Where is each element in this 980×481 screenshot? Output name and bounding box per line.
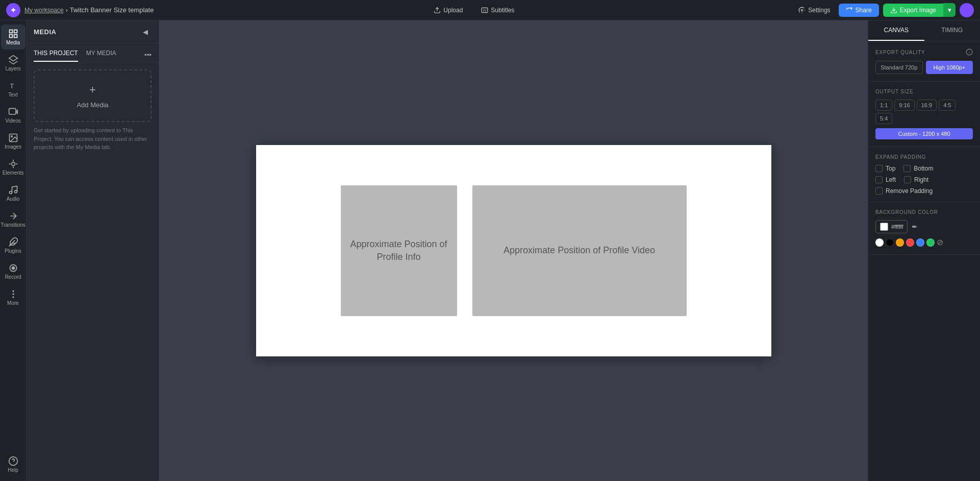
- sidebar-item-transitions[interactable]: Transitions: [1, 207, 26, 232]
- tab-my-media[interactable]: MY MEDIA: [86, 47, 116, 62]
- size-1-1-button[interactable]: 1:1: [875, 100, 892, 111]
- no-color-icon[interactable]: ⊘: [937, 237, 943, 247]
- remove-padding-item[interactable]: Remove Padding: [875, 187, 933, 195]
- media-panel: MEDIA ◀ THIS PROJECT MY MEDIA ••• + Add …: [27, 20, 159, 481]
- export-dropdown-button[interactable]: ▾: [943, 3, 956, 17]
- padding-top-bottom-row: Top Bottom: [875, 165, 973, 172]
- padding-left-item[interactable]: Left: [875, 176, 896, 183]
- output-size-section: OUTPUT SIZE 1:1 9:16 16:9 4:5 5:4 Custom…: [868, 82, 980, 147]
- add-icon: +: [86, 83, 100, 97]
- size-5-4-button[interactable]: 5:4: [875, 113, 892, 124]
- share-button[interactable]: Share: [839, 4, 879, 17]
- sidebar-item-help[interactable]: Help: [1, 452, 26, 477]
- plugins-icon: [8, 237, 18, 247]
- bg-color-section-wrapper: BACKGROUND COLOR #ffffff ✒ ⊘: [868, 202, 980, 255]
- sidebar-item-elements[interactable]: Elements: [1, 155, 26, 180]
- padding-top-checkbox[interactable]: [875, 165, 883, 172]
- svg-point-26: [13, 294, 14, 295]
- size-4-5-button[interactable]: 4:5: [939, 100, 956, 111]
- sidebar-item-more[interactable]: More: [1, 285, 26, 310]
- color-white[interactable]: [875, 238, 884, 247]
- padding-left-checkbox[interactable]: [875, 176, 883, 183]
- settings-label: Settings: [808, 7, 830, 14]
- share-label: Share: [856, 7, 872, 14]
- color-green[interactable]: [926, 238, 935, 247]
- color-blue[interactable]: [916, 238, 924, 247]
- record-icon: [8, 263, 18, 273]
- media-tabs: THIS PROJECT MY MEDIA •••: [27, 43, 159, 62]
- avatar[interactable]: [960, 3, 974, 17]
- sidebar-transitions-label: Transitions: [1, 222, 26, 228]
- bg-color-label: BACKGROUND COLOR: [875, 209, 973, 215]
- padding-right-item[interactable]: Right: [904, 176, 928, 183]
- output-size-label: OUTPUT SIZE: [875, 89, 973, 94]
- tab-timing[interactable]: TIMING: [924, 20, 981, 41]
- size-16-9-button[interactable]: 16:9: [917, 100, 937, 111]
- workspace-link[interactable]: My workspace: [24, 7, 64, 14]
- sidebar-item-media[interactable]: Media: [1, 25, 26, 50]
- sidebar-record-label: Record: [5, 274, 21, 280]
- padding-left-right-row: Left Right: [875, 176, 973, 183]
- audio-icon: [8, 185, 18, 195]
- padding-top-label: Top: [886, 165, 895, 172]
- canvas-wrapper: Approximate Position of Profile Info App…: [256, 145, 771, 356]
- info-icon: [966, 49, 973, 56]
- sidebar-item-audio[interactable]: Audio: [1, 181, 26, 206]
- media-content: + Add Media Get started by uploading con…: [27, 62, 159, 481]
- standard-720p-button[interactable]: Standard 720p: [875, 61, 923, 74]
- media-tab-more-button[interactable]: •••: [144, 51, 152, 59]
- settings-button[interactable]: Settings: [794, 5, 834, 16]
- color-black[interactable]: [886, 238, 894, 247]
- topbar-right: Settings Share Export Image ▾: [794, 3, 974, 17]
- padding-top-item[interactable]: Top: [875, 165, 895, 172]
- tab-this-project[interactable]: THIS PROJECT: [34, 47, 78, 62]
- sidebar-item-record[interactable]: Record: [1, 259, 26, 284]
- sidebar-item-images[interactable]: Images: [1, 129, 26, 154]
- breadcrumb: My workspace › Twitch Banner Size templa…: [24, 6, 154, 14]
- padding-bottom-item[interactable]: Bottom: [903, 165, 933, 172]
- custom-size-button[interactable]: Custom - 1200 x 480: [875, 128, 973, 139]
- add-media-box[interactable]: + Add Media: [34, 69, 152, 122]
- help-icon: [8, 456, 18, 466]
- bg-color-controls: #ffffff ✒ ⊘: [875, 220, 973, 247]
- sidebar-item-plugins[interactable]: Plugins: [1, 233, 26, 258]
- color-red[interactable]: [906, 238, 914, 247]
- export-image-button[interactable]: Export Image: [883, 4, 943, 17]
- eyedropper-icon[interactable]: ✒: [912, 223, 918, 231]
- expand-padding-section: EXPAND PADDING Top Bottom Lef: [868, 147, 980, 202]
- color-yellow[interactable]: [896, 238, 904, 247]
- size-9-16-button[interactable]: 9:16: [894, 100, 914, 111]
- elements-icon: [8, 159, 18, 169]
- bg-color-current-button[interactable]: #ffffff: [875, 220, 908, 233]
- sidebar-item-text[interactable]: T Text: [1, 77, 26, 102]
- canvas-area[interactable]: Approximate Position of Profile Info App…: [159, 20, 868, 481]
- collapse-panel-button[interactable]: ◀: [139, 26, 152, 38]
- text-icon: T: [8, 81, 18, 91]
- svg-point-24: [12, 267, 14, 270]
- svg-rect-5: [14, 30, 17, 33]
- high-1080p-button[interactable]: High 1080p+: [926, 61, 973, 74]
- profile-video-text: Approximate Position of Profile Video: [504, 244, 655, 257]
- svg-point-20: [14, 190, 17, 193]
- svg-point-27: [13, 297, 14, 298]
- sidebar-item-videos[interactable]: Videos: [1, 103, 26, 128]
- padding-left-label: Left: [886, 176, 896, 183]
- remove-padding-checkbox[interactable]: [875, 187, 883, 195]
- padding-right-label: Right: [914, 176, 928, 183]
- svg-point-13: [11, 136, 12, 137]
- more-icon: [8, 289, 18, 299]
- remove-padding-row: Remove Padding: [875, 187, 973, 195]
- upload-label: Upload: [443, 7, 463, 14]
- sidebar-audio-label: Audio: [7, 196, 20, 202]
- padding-bottom-checkbox[interactable]: [903, 165, 911, 172]
- subtitles-button[interactable]: Subtitles: [477, 5, 518, 16]
- tab-canvas[interactable]: CANVAS: [868, 20, 924, 41]
- sidebar-item-layers[interactable]: Layers: [1, 51, 26, 76]
- padding-right-checkbox[interactable]: [904, 176, 911, 183]
- upload-button[interactable]: Upload: [430, 5, 467, 16]
- sidebar-layers-label: Layers: [5, 66, 20, 71]
- svg-rect-10: [9, 108, 15, 114]
- breadcrumb-separator: ›: [66, 7, 68, 14]
- svg-rect-7: [9, 35, 12, 38]
- topbar-center: Upload Subtitles: [158, 5, 790, 16]
